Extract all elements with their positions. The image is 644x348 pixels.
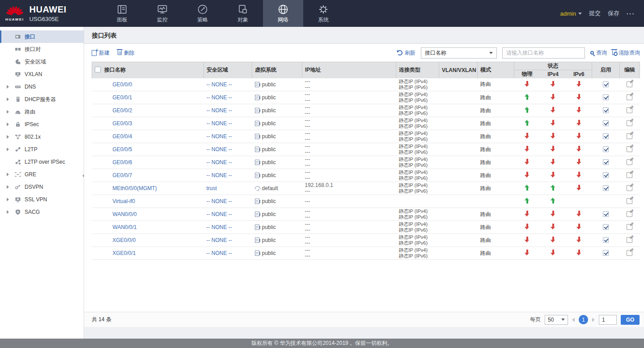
select-all-checkbox[interactable] [95, 67, 101, 72]
nav-tab-monitor[interactable]: 监控 [142, 0, 182, 27]
clear-query-button[interactable]: 清除查询 [612, 49, 640, 57]
go-button[interactable]: GO [621, 315, 640, 325]
conn-type-ipv4: 静态IP (IPv4) [399, 221, 436, 227]
enable-checkbox[interactable] [603, 146, 609, 152]
enable-checkbox[interactable] [603, 94, 609, 100]
sidebar-item-ssl-vpn[interactable]: SSL VPN [0, 193, 84, 206]
security-zone-link[interactable]: -- NONE -- [207, 237, 232, 243]
security-zone-link[interactable]: -- NONE -- [207, 107, 232, 114]
current-page-button[interactable]: 1 [579, 315, 588, 324]
edit-icon[interactable] [627, 249, 633, 256]
security-zone-link[interactable]: -- NONE -- [207, 198, 232, 204]
user-menu[interactable]: admin [560, 10, 582, 17]
nav-tab-object[interactable]: 对象 [223, 0, 263, 27]
sidebar-item-ipsec[interactable]: IPSec [0, 118, 84, 131]
edit-icon[interactable] [627, 223, 633, 230]
enable-checkbox[interactable] [603, 120, 609, 126]
enable-checkbox[interactable] [603, 237, 609, 243]
refresh-button[interactable]: 刷新 [397, 49, 415, 57]
edit-icon[interactable] [627, 81, 633, 87]
interface-name-link[interactable]: GE0/0/5 [113, 146, 132, 153]
security-zone-link[interactable]: -- NONE -- [207, 120, 232, 127]
security-zone-link[interactable]: -- NONE -- [207, 81, 232, 88]
next-page-icon[interactable] [592, 318, 595, 322]
submit-button[interactable]: 提交 [589, 9, 601, 17]
clear-search-icon [612, 51, 616, 55]
sidebar-item-802-1x[interactable]: 802.1x [0, 131, 84, 143]
enable-checkbox[interactable] [603, 185, 609, 191]
chevron-down-icon [561, 318, 565, 321]
save-button[interactable]: 保存 [608, 9, 619, 17]
edit-icon[interactable] [627, 158, 633, 165]
edit-icon[interactable] [627, 119, 633, 126]
query-button[interactable]: 查询 [590, 49, 607, 57]
per-page-select[interactable]: 50 [545, 315, 568, 325]
sidebar-item-dhcp-server[interactable]: DHCP服务器 [0, 93, 84, 106]
new-button[interactable]: 新建 [92, 49, 110, 57]
vsys-name: public [262, 237, 276, 243]
security-zone-link[interactable]: -- NONE -- [207, 94, 232, 101]
sidebar-item-interface[interactable]: 接口 [0, 30, 84, 43]
security-zone-link[interactable]: -- NONE -- [207, 172, 232, 178]
security-zone-link[interactable]: -- NONE -- [207, 159, 232, 166]
interface-name-link[interactable]: GE0/0/7 [113, 172, 132, 178]
sidebar-item-interface-pair[interactable]: 接口对 [0, 43, 84, 55]
interface-name-link[interactable]: MEth0/0/0(MGMT) [113, 185, 157, 191]
edit-icon[interactable] [627, 132, 633, 139]
sidebar-item-sacg[interactable]: SACG [0, 206, 84, 218]
search-input[interactable] [502, 47, 585, 59]
edit-icon[interactable] [627, 106, 633, 113]
interface-name-link[interactable]: GE0/0/6 [113, 159, 132, 166]
enable-checkbox[interactable] [603, 250, 609, 256]
security-zone-link[interactable]: -- NONE -- [207, 211, 232, 217]
enable-checkbox[interactable] [603, 211, 609, 217]
edit-icon[interactable] [627, 197, 633, 204]
security-zone-link[interactable]: -- NONE -- [207, 250, 232, 256]
edit-icon[interactable] [627, 171, 633, 178]
nav-tab-network[interactable]: 网络 [263, 0, 303, 27]
interface-name-link[interactable]: WAN0/0/0 [113, 211, 137, 217]
sidebar-item-security-zone[interactable]: 安全区域 [0, 55, 84, 68]
sidebar-item-l2tp[interactable]: L2TP [0, 143, 84, 156]
enable-checkbox[interactable] [603, 172, 609, 178]
interface-name-link[interactable]: GE0/0/0 [113, 81, 132, 88]
interface-name-link[interactable]: XGE0/0/0 [113, 237, 136, 243]
interface-name-link[interactable]: GE0/0/1 [113, 94, 132, 101]
security-zone-link[interactable]: -- NONE -- [207, 146, 232, 153]
edit-icon[interactable] [627, 236, 633, 243]
interface-name-link[interactable]: GE0/0/3 [113, 120, 132, 127]
more-menu-icon[interactable]: ··· [627, 10, 635, 17]
nav-tab-policy[interactable]: 策略 [182, 0, 223, 27]
edit-icon[interactable] [627, 210, 633, 217]
nav-tab-dashboard[interactable]: 面板 [102, 0, 142, 27]
interface-name-link[interactable]: WAN0/0/1 [113, 224, 137, 230]
security-zone-link[interactable]: -- NONE -- [207, 133, 232, 140]
sidebar-item-gre[interactable]: GRE [0, 168, 84, 181]
sidebar-item-vxlan[interactable]: VXLAN [0, 68, 84, 81]
enable-checkbox[interactable] [603, 159, 609, 165]
enable-checkbox[interactable] [603, 81, 609, 87]
edit-icon[interactable] [627, 145, 633, 152]
enable-checkbox[interactable] [603, 133, 609, 139]
interface-name-link[interactable]: XGE0/0/1 [113, 250, 136, 256]
goto-page-input[interactable] [599, 315, 617, 325]
interface-name-link[interactable]: GE0/0/4 [113, 133, 132, 140]
edit-icon[interactable] [627, 93, 633, 100]
security-zone-link[interactable]: -- NONE -- [207, 224, 232, 230]
enable-checkbox[interactable] [603, 224, 609, 230]
security-zone-link[interactable]: trust [207, 185, 217, 191]
ip-address-line2: --- [305, 214, 394, 220]
interface-name-link[interactable]: GE0/0/2 [113, 107, 132, 114]
sidebar-item-dns[interactable]: DNS [0, 81, 84, 93]
search-field-select[interactable]: 接口名称 [421, 47, 497, 59]
delete-button[interactable]: 删除 [118, 49, 135, 57]
sidebar-item-route[interactable]: 路由 [0, 106, 84, 118]
sidebar-item-l2tp-over-ipsec[interactable]: L2TP over IPSec [0, 156, 84, 168]
edit-icon[interactable] [627, 184, 633, 191]
prev-page-icon[interactable] [572, 318, 575, 322]
interface-name-link[interactable]: Virtual-if0 [113, 198, 135, 204]
nav-tab-system[interactable]: 系统 [303, 0, 343, 27]
sidebar-item-dsvpn[interactable]: DSVPN [0, 181, 84, 193]
enable-checkbox[interactable] [603, 107, 609, 113]
policy-icon [197, 4, 208, 15]
